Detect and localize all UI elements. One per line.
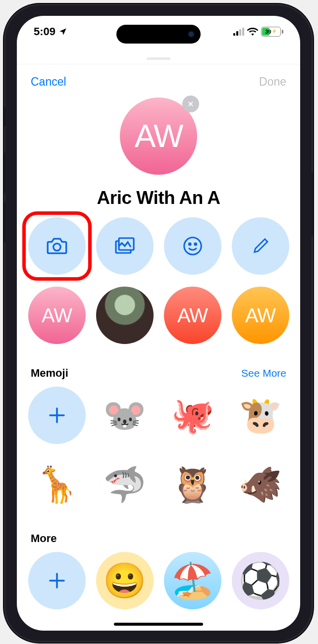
memoji-giraffe[interactable]: 🦒 [28,456,86,513]
camera-button[interactable] [28,217,86,275]
suggestion-orange[interactable]: AW [232,287,289,344]
sheet-content: Cancel Done AW Aric With An A [17,63,300,631]
svg-point-0 [53,244,60,251]
profile-avatar[interactable]: AW [120,98,197,175]
svg-point-3 [184,238,201,255]
pencil-icon [250,236,271,256]
mute-switch [4,107,7,127]
memoji-octopus[interactable]: 🐙 [164,387,221,444]
battery-indicator: 39⚡ [261,27,283,37]
memoji-shark[interactable]: 🦈 [96,456,154,513]
suggestion-red[interactable]: AW [164,287,221,344]
screen: 5:09 39⚡ [17,16,300,631]
photos-button[interactable] [96,217,154,275]
more-smiley[interactable]: 😀 [96,552,154,609]
photo-source-grid: AW AW AW [17,217,300,344]
sheet-grabber[interactable] [17,52,300,63]
status-time: 5:09 [34,25,55,38]
emoji-button[interactable] [164,217,221,275]
memoji-mouse[interactable]: 🐭 [96,387,154,444]
more-section-header: More [17,513,300,552]
memoji-grid: 🐭 🐙 🐮 🦒 🦈 🦉 🐗 [17,387,300,513]
memoji-cow[interactable]: 🐮 [232,387,289,444]
memoji-owl[interactable]: 🦉 [164,456,221,513]
svg-point-4 [189,243,191,245]
edit-button[interactable] [232,217,289,275]
wifi-icon [247,28,258,36]
add-memoji-button[interactable] [28,387,86,444]
smiley-icon [181,235,204,257]
home-indicator[interactable] [114,623,203,626]
avatar-initials: AW [135,118,183,154]
suggestion-pink[interactable]: AW [28,287,86,344]
clear-avatar-button[interactable] [182,96,199,112]
memoji-section-header: Memoji See More [17,344,300,387]
camera-icon [45,234,69,258]
location-icon [58,27,67,36]
cancel-button[interactable]: Cancel [31,75,66,89]
volume-up-button [4,152,7,193]
phone-frame: 5:09 39⚡ [4,4,313,643]
contact-name: Aric With An A [97,188,220,208]
suggestion-photo[interactable] [96,287,154,344]
plus-icon [47,570,67,591]
memoji-boar[interactable]: 🐗 [232,456,289,513]
more-title: More [31,532,57,545]
nav-bar: Cancel Done [17,63,300,93]
photos-icon [113,234,137,258]
more-beach[interactable]: 🏖️ [164,552,221,609]
more-soccer[interactable]: ⚽ [232,552,289,609]
see-more-button[interactable]: See More [241,367,286,379]
done-button[interactable]: Done [259,75,286,89]
dynamic-island [116,25,201,44]
memoji-title: Memoji [31,367,68,380]
add-more-button[interactable] [28,552,86,609]
close-icon [187,100,194,107]
svg-point-5 [194,243,196,245]
cellular-icon [233,28,244,36]
volume-down-button [4,202,7,243]
more-grid: 😀 🏖️ ⚽ [17,552,300,609]
plus-icon [47,405,67,426]
power-button [310,172,313,237]
canvas: 5:09 39⚡ [0,0,318,644]
